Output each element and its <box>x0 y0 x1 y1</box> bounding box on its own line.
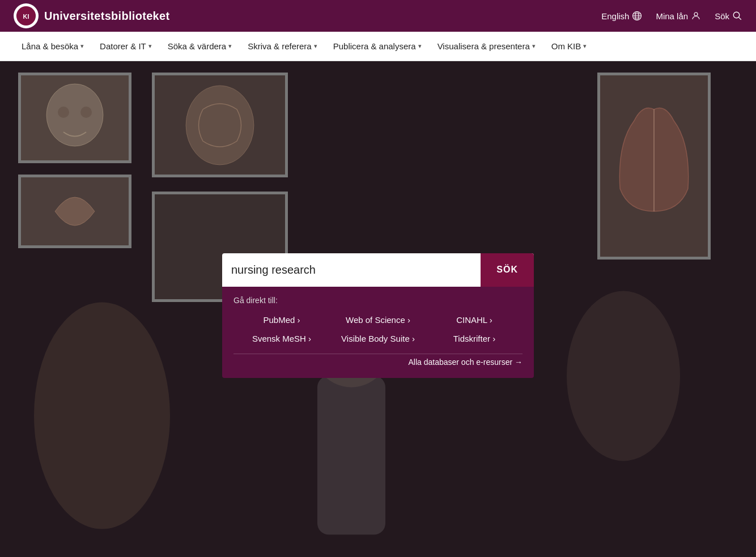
sok-link[interactable]: Sök <box>715 11 742 21</box>
svg-text:KI: KI <box>23 13 29 20</box>
top-navigation: KI Universitetsbiblioteket English Mina … <box>0 0 756 32</box>
site-title: Universitetsbiblioteket <box>44 10 169 23</box>
nav-item-datorer[interactable]: Datorer & IT ▾ <box>92 32 160 61</box>
chevron-down-icon: ▾ <box>583 42 587 50</box>
top-nav-right: English Mina lån Sök <box>601 11 742 21</box>
logo-area: KI Universitetsbiblioteket <box>14 3 601 28</box>
svg-point-16 <box>186 86 254 165</box>
db-link-tidskrifter[interactable]: Tidskrifter › <box>426 331 523 346</box>
main-navigation: Låna & besöka ▾ Datorer & IT ▾ Söka & vä… <box>0 32 756 61</box>
chevron-down-icon: ▾ <box>418 42 422 50</box>
chevron-down-icon: ▾ <box>228 42 232 50</box>
sok-label: Sök <box>715 11 729 21</box>
hero-section: SÖK Gå direkt till: PubMed › Web of Scie… <box>0 61 756 557</box>
chevron-down-icon: ▾ <box>314 42 317 50</box>
mina-lan-label: Mina lån <box>656 11 688 21</box>
db-link-cinahl[interactable]: CINAHL › <box>426 313 523 327</box>
english-label: English <box>601 11 629 21</box>
wall-frame-3 <box>152 73 288 177</box>
wall-frame-2 <box>18 175 131 248</box>
svg-point-12 <box>58 107 69 118</box>
search-button[interactable]: SÖK <box>481 253 534 287</box>
go-direct-label: Gå direkt till: <box>233 296 523 305</box>
nav-item-visualisera[interactable]: Visualisera & presentera ▾ <box>430 32 543 61</box>
search-box: SÖK <box>222 253 534 287</box>
wall-frame-1 <box>18 73 131 163</box>
db-link-visible-body[interactable]: Visible Body Suite › <box>330 331 426 346</box>
english-link[interactable]: English <box>601 11 642 21</box>
nav-item-om-kib[interactable]: Om KIB ▾ <box>543 32 595 61</box>
nav-item-lana[interactable]: Låna & besöka ▾ <box>14 32 92 61</box>
chevron-down-icon: ▾ <box>80 42 84 50</box>
search-icon <box>732 11 742 21</box>
search-input[interactable] <box>222 253 481 287</box>
all-databases-link[interactable]: Alla databaser och e-resurser → <box>233 354 523 367</box>
db-link-pubmed[interactable]: PubMed › <box>233 313 330 327</box>
ki-logo[interactable]: KI <box>14 3 39 28</box>
database-links: PubMed › Web of Science › CINAHL › Svens… <box>233 313 523 346</box>
go-direct-panel: Gå direkt till: PubMed › Web of Science … <box>222 287 534 378</box>
chevron-down-icon: ▾ <box>532 42 536 50</box>
svg-point-7 <box>694 12 698 16</box>
svg-point-13 <box>80 107 92 118</box>
svg-line-9 <box>739 18 741 20</box>
globe-icon <box>632 11 642 21</box>
nav-item-publicera[interactable]: Publicera & analysera ▾ <box>325 32 430 61</box>
svg-point-8 <box>733 12 740 18</box>
wall-frame-5 <box>597 73 711 260</box>
mina-lan-link[interactable]: Mina lån <box>656 11 701 21</box>
chevron-down-icon: ▾ <box>148 42 152 50</box>
nav-item-skriva[interactable]: Skriva & referera ▾ <box>240 32 325 61</box>
db-link-svensk-mesh[interactable]: Svensk MeSH › <box>233 331 330 346</box>
db-link-web-of-science[interactable]: Web of Science › <box>330 313 426 327</box>
nav-item-soka[interactable]: Söka & värdera ▾ <box>160 32 240 61</box>
search-overlay: SÖK Gå direkt till: PubMed › Web of Scie… <box>222 253 534 378</box>
person-icon <box>691 11 701 21</box>
